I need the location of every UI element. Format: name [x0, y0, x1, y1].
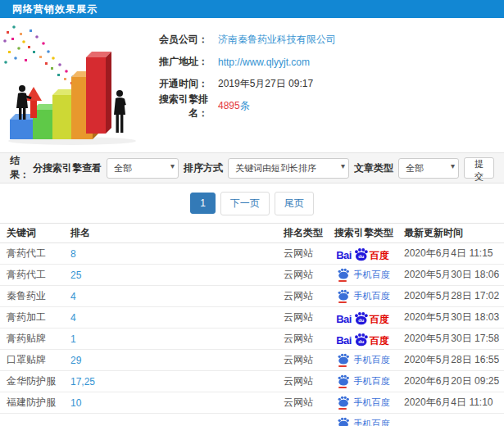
promo-url-link[interactable]: http://www.qlyyjt.com [218, 57, 310, 68]
article-type-select[interactable]: 全部 [398, 158, 459, 179]
svg-text:du: du [358, 318, 364, 323]
updated-cell: 2020年5月28日 16:55 [397, 350, 504, 371]
keyword-cell: 膏药加工 [0, 307, 64, 329]
rank-link[interactable]: 1 [70, 333, 76, 345]
field-promo-url: 推广地址： http://www.qlyyjt.com [141, 52, 504, 72]
rank-type-cell: 云网站 [277, 329, 328, 350]
article-type-label: 文章类型 [354, 161, 393, 175]
engine-cell: 手机百度 [328, 392, 397, 414]
mobile-baidu-logo: 手机百度 [336, 374, 390, 388]
rank-link[interactable]: 17,25 [70, 376, 95, 387]
baidu-logo: Bai du 百度 [336, 247, 389, 261]
header-rank-type: 排名类型 [277, 224, 328, 243]
sort-label: 排序方式 [184, 161, 223, 175]
keyword-cell: 膏药代工 [0, 243, 64, 265]
rank-cell: 4 [64, 286, 277, 307]
next-page-button[interactable]: 下一页 [220, 192, 270, 215]
keyword-cell: 秦鲁药业 [0, 286, 64, 307]
rank-cell: 25 [64, 265, 277, 286]
rank-link[interactable]: 10 [70, 397, 81, 409]
baidu-logo-bai-text: Bai [336, 250, 352, 261]
updated-cell [397, 414, 504, 426]
mobile-baidu-label: 手机百度 [354, 269, 390, 281]
svg-text:du: du [358, 339, 364, 344]
mobile-baidu-underline [338, 280, 347, 282]
rank-link[interactable]: 8 [70, 248, 76, 260]
promo-url-label: 推广地址： [141, 55, 208, 69]
businessman-right [114, 90, 126, 133]
table-row: 秦鲁药业 4 云网站 手机百度 2020年5月28日 17:02 [0, 286, 504, 307]
table-row: 手机百度 [0, 414, 504, 426]
page-1-button[interactable]: 1 [190, 193, 216, 214]
keyword-cell: 金华防护服 [0, 371, 64, 392]
sort-select[interactable]: 关键词由短到长排序 [228, 158, 349, 179]
table-row: 膏药代工 8 云网站 Bai du 百度 2020年6月4日 11:15 [0, 243, 504, 265]
open-time-label: 开通时间： [141, 77, 208, 91]
rank-type-cell: 云网站 [277, 307, 328, 329]
rank-link[interactable]: 4 [70, 291, 76, 302]
updated-cell: 2020年5月30日 18:03 [397, 307, 504, 329]
updated-cell: 2020年5月28日 17:02 [397, 286, 504, 307]
updated-cell: 2020年6月20日 09:25 [397, 371, 504, 392]
rank-cell: 29 [64, 350, 277, 371]
marketing-results-page: 网络营销效果展示 [0, 0, 504, 426]
mobile-baidu-label: 手机百度 [354, 375, 390, 387]
rank-link[interactable]: 4 [70, 312, 76, 324]
baidu-logo-bai-text: Bai [336, 335, 352, 346]
header-keyword: 关键词 [0, 224, 64, 243]
rank-link[interactable]: 29 [70, 355, 81, 366]
mobile-baidu-label: 手机百度 [354, 397, 390, 409]
rank-link[interactable]: 25 [70, 270, 81, 281]
mobile-baidu-paw-icon [336, 374, 350, 388]
table-header-row: 关键词 排名 排名类型 搜索引擎类型 最新更新时间 [0, 224, 504, 243]
mobile-baidu-paw-icon [336, 396, 350, 410]
mobile-baidu-paw-icon [336, 353, 350, 367]
rank-cell: 17,25 [64, 371, 277, 392]
header-updated: 最新更新时间 [397, 224, 504, 243]
keyword-cell: 膏药贴牌 [0, 329, 64, 350]
rank-cell: 4 [64, 307, 277, 329]
mobile-baidu-paw-icon [336, 417, 350, 426]
page-header: 网络营销效果展示 [0, 0, 504, 18]
rank-type-cell: 云网站 [277, 243, 328, 265]
rank-count-unit: 条 [240, 100, 250, 111]
engine-cell: Bai du 百度 [328, 307, 397, 329]
mobile-baidu-underline [338, 408, 347, 410]
baidu-logo-bai-text: Bai [336, 314, 352, 324]
baidu-logo: Bai du 百度 [336, 333, 389, 346]
company-info: 会员公司： 济南秦鲁药业科技有限公司 推广地址： http://www.qlyy… [141, 23, 504, 149]
submit-button[interactable]: 提交 [464, 157, 494, 179]
baidu-paw-icon: du [352, 311, 369, 325]
baidu-logo-cn-text: 百度 [370, 336, 389, 346]
engine-cell: 手机百度 [328, 414, 397, 426]
engine-cell: 手机百度 [328, 371, 397, 392]
mobile-baidu-logo: 手机百度 [336, 268, 390, 282]
updated-cell: 2020年5月30日 17:58 [397, 329, 504, 350]
mobile-baidu-label: 手机百度 [354, 290, 390, 302]
last-page-button[interactable]: 尾页 [275, 192, 314, 215]
member-company-label: 会员公司： [141, 33, 208, 47]
mobile-baidu-paw-icon [336, 289, 350, 303]
open-time-value: 2019年5月27日 09:17 [218, 77, 313, 91]
mobile-baidu-label: 手机百度 [354, 354, 390, 366]
filter-bar: 结果： 分搜索引擎查看 全部 排序方式 关键词由短到长排序 文章类型 全部 提交 [0, 152, 504, 184]
engine-cell: 手机百度 [328, 286, 397, 307]
filter-controls: 分搜索引擎查看 全部 排序方式 关键词由短到长排序 文章类型 全部 提交 [33, 157, 494, 179]
keyword-cell: 福建防护服 [0, 392, 64, 414]
keyword-cell [0, 414, 64, 426]
rank-cell [64, 414, 277, 426]
mobile-baidu-paw-icon [336, 268, 350, 282]
engine-view-select[interactable]: 全部 [107, 158, 179, 179]
engine-cell: 手机百度 [328, 350, 397, 371]
pagination: 1 下一页 尾页 [0, 184, 504, 223]
mobile-baidu-logo: 手机百度 [336, 417, 390, 426]
updated-cell: 2020年5月30日 18:06 [397, 265, 504, 286]
mobile-baidu-underline [338, 365, 347, 367]
rank-cell: 1 [64, 329, 277, 350]
rank-type-cell: 云网站 [277, 392, 328, 414]
field-engine-rank-count: 搜索引擎排名： 4895条 [141, 96, 504, 116]
engine-view-label: 分搜索引擎查看 [33, 161, 102, 175]
member-company-link[interactable]: 济南秦鲁药业科技有限公司 [218, 33, 336, 47]
info-section: 会员公司： 济南秦鲁药业科技有限公司 推广地址： http://www.qlyy… [0, 18, 504, 149]
table-row: 膏药代工 25 云网站 手机百度 2020年5月30日 18:06 [0, 265, 504, 286]
